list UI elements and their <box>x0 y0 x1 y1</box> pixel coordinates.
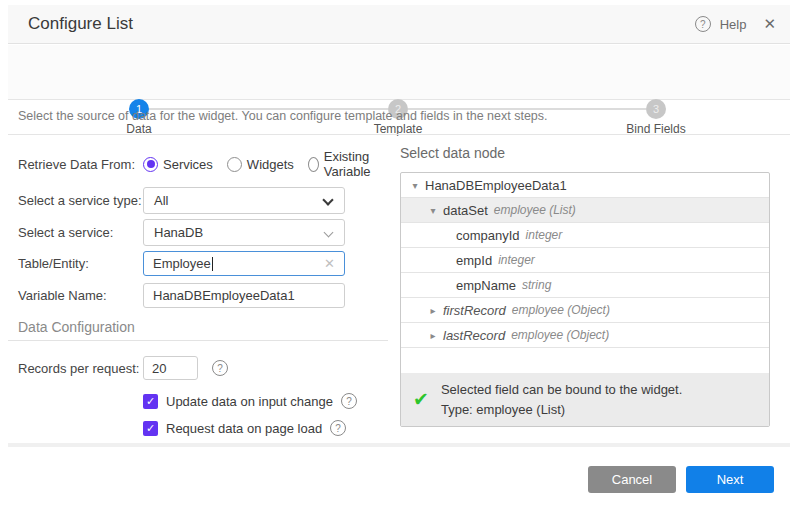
text-cursor <box>212 257 213 271</box>
tree-node-companyid[interactable]: companyId integer <box>401 223 769 248</box>
tree-node-label: empName <box>456 278 516 293</box>
data-configuration-heading: Data Configuration <box>18 319 135 335</box>
wizard-stepper: 1 2 3 Data Template Bind Fields <box>8 45 790 100</box>
status-line-1: Selected field can be bound to the widge… <box>441 380 682 400</box>
cancel-button[interactable]: Cancel <box>588 466 676 493</box>
request-data-label: Request data on page load <box>166 421 322 436</box>
radio-widgets-label: Widgets <box>247 157 294 172</box>
checkbox-checked-icon[interactable]: ✓ <box>143 421 158 436</box>
tree-node-label: firstRecord <box>443 303 506 318</box>
radio-services[interactable]: Services <box>143 157 213 172</box>
data-node-tree: ▾ HanaDBEmployeeData1 ▾ dataSet employee… <box>400 172 770 427</box>
binding-status-message: ✔ Selected field can be bound to the wid… <box>401 373 769 426</box>
radio-existing-variable-label: Existing Variable <box>324 149 390 179</box>
tree-node-label: HanaDBEmployeeData1 <box>425 178 567 193</box>
caret-right-icon[interactable]: ▸ <box>427 330 439 341</box>
tree-node-type: employee (Object) <box>511 328 609 342</box>
table-entity-value: Employee <box>153 256 211 271</box>
chevron-down-icon <box>324 228 334 238</box>
tree-node-type: string <box>522 278 551 292</box>
instruction-bar: Select the source of data for the widget… <box>8 100 790 135</box>
service-type-row: Select a service type: All <box>18 187 390 214</box>
radio-widgets[interactable]: Widgets <box>227 157 294 172</box>
tree-node-type: integer <box>498 253 535 267</box>
update-data-label: Update data on input change <box>166 394 333 409</box>
clear-icon[interactable]: ✕ <box>324 256 335 271</box>
status-text: Selected field can be bound to the widge… <box>441 380 682 420</box>
records-per-request-row: Records per request: 20 ? <box>18 356 390 380</box>
records-per-request-input[interactable]: 20 <box>143 356 198 380</box>
variable-name-value: HanaDBEmployeeData1 <box>153 288 295 303</box>
next-button[interactable]: Next <box>686 466 774 493</box>
variable-name-label: Variable Name: <box>18 288 143 303</box>
tree-node-dataset[interactable]: ▾ dataSet employee (List) <box>401 198 769 223</box>
service-select[interactable]: HanaDB <box>143 219 345 246</box>
help-link[interactable]: Help <box>720 17 747 32</box>
chevron-down-icon <box>322 194 333 205</box>
variable-name-input[interactable]: HanaDBEmployeeData1 <box>143 283 345 308</box>
tree-node-type: employee (List) <box>494 203 576 217</box>
tree-node-label: empId <box>456 253 492 268</box>
configure-list-dialog: Configure List ? Help ✕ 1 2 3 Data Templ… <box>8 5 790 502</box>
retrieve-data-label: Retrieve Data From: <box>18 157 143 172</box>
help-icon[interactable]: ? <box>695 16 711 32</box>
select-data-node-title: Select data node <box>400 145 770 161</box>
status-line-2: Type: employee (List) <box>441 400 682 420</box>
radio-services-label: Services <box>163 157 213 172</box>
caret-down-icon[interactable]: ▾ <box>409 180 421 191</box>
service-type-label: Select a service type: <box>18 193 143 208</box>
radio-unselected-icon <box>308 157 319 172</box>
radio-unselected-icon <box>227 157 242 172</box>
instruction-text: Select the source of data for the widget… <box>18 109 548 123</box>
table-entity-row: Table/Entity: Employee ✕ <box>18 251 390 276</box>
checkbox-checked-icon[interactable]: ✓ <box>143 394 158 409</box>
tree-node-label: lastRecord <box>443 328 505 343</box>
service-type-value: All <box>154 193 168 208</box>
tree-node-label: dataSet <box>443 203 488 218</box>
select-data-node-panel: Select data node ▾ HanaDBEmployeeData1 ▾… <box>400 145 770 161</box>
tree-node-empid[interactable]: empId integer <box>401 248 769 273</box>
tree-node-empname[interactable]: empName string <box>401 273 769 298</box>
caret-right-icon[interactable]: ▸ <box>427 305 439 316</box>
update-data-checkbox-row: ✓ Update data on input change ? <box>143 393 357 409</box>
caret-down-icon[interactable]: ▾ <box>427 205 439 216</box>
section-divider <box>8 340 388 341</box>
tree-node-lastrecord[interactable]: ▸ lastRecord employee (Object) <box>401 323 769 348</box>
help-icon[interactable]: ? <box>212 360 228 376</box>
help-icon[interactable]: ? <box>330 420 346 436</box>
help-icon[interactable]: ? <box>341 393 357 409</box>
dialog-header: Configure List ? Help ✕ <box>8 5 790 44</box>
header-actions: ? Help ✕ <box>695 15 776 33</box>
close-icon[interactable]: ✕ <box>763 15 776 33</box>
tree-node-root[interactable]: ▾ HanaDBEmployeeData1 <box>401 173 769 198</box>
request-data-checkbox-row: ✓ Request data on page load ? <box>143 420 346 436</box>
footer-divider <box>8 443 790 447</box>
retrieve-data-row: Retrieve Data From: Services Widgets Exi… <box>18 149 390 179</box>
retrieve-radio-group: Services Widgets Existing Variable <box>143 149 390 179</box>
page-title: Configure List <box>28 14 133 34</box>
radio-existing-variable[interactable]: Existing Variable <box>308 149 390 179</box>
service-type-select[interactable]: All <box>143 187 345 214</box>
tree-node-label: companyId <box>456 228 520 243</box>
tree-node-firstrecord[interactable]: ▸ firstRecord employee (Object) <box>401 298 769 323</box>
table-entity-input[interactable]: Employee ✕ <box>143 251 345 276</box>
tree-node-type: integer <box>526 228 563 242</box>
table-entity-label: Table/Entity: <box>18 256 143 271</box>
variable-name-row: Variable Name: HanaDBEmployeeData1 <box>18 283 390 308</box>
service-label: Select a service: <box>18 225 143 240</box>
records-per-request-label: Records per request: <box>18 361 143 376</box>
service-value: HanaDB <box>154 225 203 240</box>
success-check-icon: ✔ <box>413 388 429 411</box>
radio-selected-icon <box>143 157 158 172</box>
service-row: Select a service: HanaDB <box>18 219 390 246</box>
tree-node-type: employee (Object) <box>512 303 610 317</box>
